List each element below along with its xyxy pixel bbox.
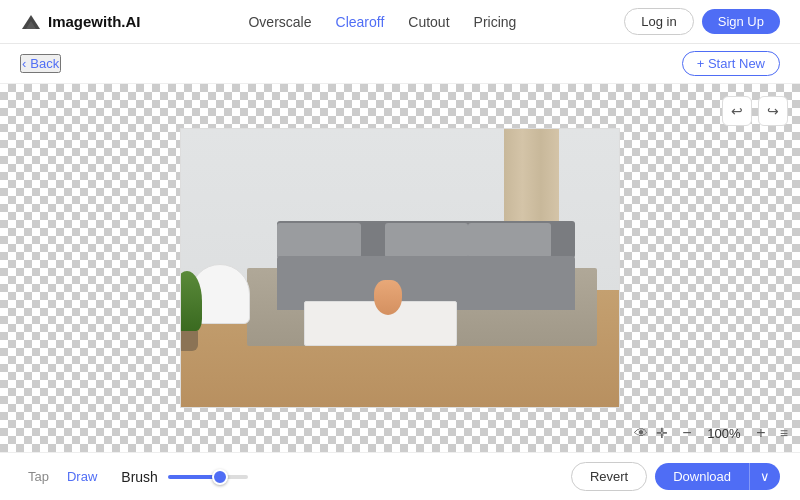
zoom-out-button[interactable]: − xyxy=(676,422,698,444)
menu-icon[interactable]: ≡ xyxy=(780,425,788,441)
sofa xyxy=(277,221,575,310)
bottom-tools: 👁 ✛ − 100% + ≡ xyxy=(634,422,788,444)
tap-draw-toggle: Tap Draw xyxy=(20,465,105,488)
logo: Imagewith.AI xyxy=(20,11,141,33)
nav-pricing[interactable]: Pricing xyxy=(474,14,517,30)
tap-tab[interactable]: Tap xyxy=(20,465,57,488)
header: Imagewith.AI Overscale Clearoff Cutout P… xyxy=(0,0,800,44)
brush-label: Brush xyxy=(121,469,158,485)
image-container[interactable] xyxy=(180,128,620,408)
logo-text: Imagewith.AI xyxy=(48,13,141,30)
zoom-value: 100% xyxy=(704,426,744,441)
room-image xyxy=(181,129,619,407)
download-button[interactable]: Download xyxy=(655,463,749,490)
zoom-in-button[interactable]: + xyxy=(750,422,772,444)
nav-cutout[interactable]: Cutout xyxy=(408,14,449,30)
undo-redo-row: ↩ ↪ xyxy=(722,96,788,126)
header-actions: Log in Sign Up xyxy=(624,8,780,35)
signup-button[interactable]: Sign Up xyxy=(702,9,780,34)
start-new-button[interactable]: + Start New xyxy=(682,51,780,76)
zoom-controls: − 100% + xyxy=(676,422,772,444)
revert-button[interactable]: Revert xyxy=(571,462,647,491)
redo-button[interactable]: ↪ xyxy=(758,96,788,126)
vase xyxy=(374,280,402,315)
back-label: Back xyxy=(30,56,59,71)
nav-clearoff[interactable]: Clearoff xyxy=(336,14,385,30)
move-icon[interactable]: ✛ xyxy=(656,425,668,441)
nav: Overscale Clearoff Cutout Pricing xyxy=(248,14,516,30)
draw-tab[interactable]: Draw xyxy=(59,465,105,488)
slider-thumb[interactable] xyxy=(212,469,228,485)
subheader: ‹ Back + Start New xyxy=(0,44,800,84)
download-arrow-button[interactable]: ∨ xyxy=(749,463,780,490)
nav-overscale[interactable]: Overscale xyxy=(248,14,311,30)
plant xyxy=(181,271,202,351)
canvas-tools: ↩ ↪ xyxy=(722,96,788,126)
download-group: Download ∨ xyxy=(655,463,780,490)
footer-toolbar: Tap Draw Brush Revert Download ∨ xyxy=(0,452,800,500)
brush-size-slider[interactable] xyxy=(168,475,248,479)
login-button[interactable]: Log in xyxy=(624,8,693,35)
eye-icon[interactable]: 👁 xyxy=(634,425,648,441)
chevron-left-icon: ‹ xyxy=(22,56,26,71)
brush-control: Brush xyxy=(121,469,248,485)
back-button[interactable]: ‹ Back xyxy=(20,54,61,73)
undo-button[interactable]: ↩ xyxy=(722,96,752,126)
logo-icon xyxy=(20,11,42,33)
left-tools: Tap Draw Brush xyxy=(20,465,248,488)
right-actions: Revert Download ∨ xyxy=(571,462,780,491)
main-canvas-area: ↩ ↪ 👁 ✛ − 100% + ≡ xyxy=(0,84,800,452)
